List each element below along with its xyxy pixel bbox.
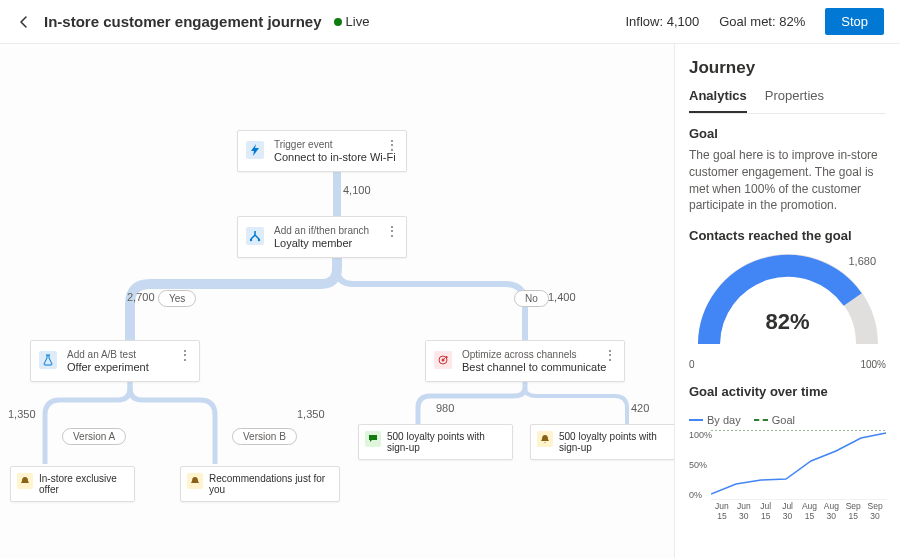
flow-count: 1,350: [297, 408, 325, 420]
pill-version-b[interactable]: Version B: [232, 428, 297, 445]
gauge-percent: 82%: [689, 309, 886, 335]
node-title: Loyalty member: [274, 237, 396, 249]
pill-version-a[interactable]: Version A: [62, 428, 126, 445]
chip-label: 500 loyalty points with sign-up: [559, 431, 657, 453]
tab-analytics[interactable]: Analytics: [689, 88, 747, 113]
page-title: In-store customer engagement journey: [44, 13, 322, 30]
more-icon[interactable]: ⋮: [179, 353, 191, 357]
flask-icon: [39, 351, 57, 369]
flow-count: 2,700: [127, 291, 155, 303]
chip-label: In-store exclusive offer: [39, 473, 117, 495]
node-title: Offer experiment: [67, 361, 189, 373]
chip-loyalty-orange[interactable]: 500 loyalty points with sign-up: [530, 424, 674, 460]
gauge-axis: 0 100%: [689, 359, 886, 370]
header-bar: In-store customer engagement journey Liv…: [0, 0, 900, 44]
bell-icon: [537, 431, 553, 447]
pill-no[interactable]: No: [514, 290, 549, 307]
bell-icon: [187, 473, 203, 489]
node-optimize-channels[interactable]: Optimize across channels Best channel to…: [425, 340, 625, 382]
node-trigger-event[interactable]: Trigger event Connect to in-store Wi-Fi …: [237, 130, 407, 172]
bell-icon: [17, 473, 33, 489]
node-title: Best channel to communicate: [462, 361, 614, 373]
svg-point-0: [250, 239, 252, 241]
activity-chart: 100% 50% 0% Jun15 Jun30 Jul15 Jul30 Aug1…: [689, 430, 886, 530]
activity-heading: Goal activity over time: [689, 384, 886, 399]
activity-x-axis: Jun15 Jun30 Jul15 Jul30 Aug15 Aug30 Sep1…: [711, 502, 886, 521]
gauge-chart: 1,680 82%: [689, 249, 886, 359]
flow-count: 1,400: [548, 291, 576, 303]
goalmet-stat: Goal met: 82%: [719, 14, 805, 29]
flow-count: 980: [436, 402, 454, 414]
node-label: Add an A/B test: [67, 349, 189, 360]
journey-canvas[interactable]: Trigger event Connect to in-store Wi-Fi …: [0, 44, 674, 558]
flow-count: 1,350: [8, 408, 36, 420]
status-badge: Live: [334, 14, 370, 29]
node-label: Optimize across channels: [462, 349, 614, 360]
more-icon[interactable]: ⋮: [604, 353, 616, 357]
more-icon[interactable]: ⋮: [386, 229, 398, 233]
svg-point-1: [258, 239, 260, 241]
panel-title: Journey: [689, 58, 886, 78]
node-ifthen-branch[interactable]: Add an if/then branch Loyalty member ⋮: [237, 216, 407, 258]
activity-y-axis: 100% 50% 0%: [689, 430, 712, 500]
legend-goal: Goal: [754, 414, 795, 426]
body: Trigger event Connect to in-store Wi-Fi …: [0, 44, 900, 558]
legend-byday: By day: [689, 414, 741, 426]
chip-label: Recommendations just for you: [209, 473, 325, 495]
activity-legend: By day Goal: [689, 411, 886, 426]
node-label: Add an if/then branch: [274, 225, 396, 236]
goal-description: The goal here is to improve in-store cus…: [689, 147, 886, 214]
chip-loyalty-green[interactable]: 500 loyalty points with sign-up: [358, 424, 513, 460]
branch-icon: [246, 227, 264, 245]
node-title: Connect to in-store Wi-Fi: [274, 151, 396, 163]
lightning-icon: [246, 141, 264, 159]
back-arrow-icon[interactable]: [16, 14, 32, 30]
inflow-stat: Inflow: 4,100: [625, 14, 699, 29]
side-panel: Journey Analytics Properties Goal The go…: [674, 44, 900, 558]
panel-tabs: Analytics Properties: [689, 88, 886, 114]
chip-offer-b[interactable]: Recommendations just for you: [180, 466, 340, 502]
pill-yes[interactable]: Yes: [158, 290, 196, 307]
goal-heading: Goal: [689, 126, 886, 141]
chip-label: 500 loyalty points with sign-up: [387, 431, 485, 453]
gauge-min: 0: [689, 359, 695, 370]
gauge-max: 100%: [860, 359, 886, 370]
node-ab-test[interactable]: Add an A/B test Offer experiment ⋮: [30, 340, 200, 382]
target-icon: [434, 351, 452, 369]
node-label: Trigger event: [274, 139, 396, 150]
flow-count: 420: [631, 402, 649, 414]
flow-count: 4,100: [343, 184, 371, 196]
chat-icon: [365, 431, 381, 447]
status-dot-icon: [334, 18, 342, 26]
more-icon[interactable]: ⋮: [386, 143, 398, 147]
stop-button[interactable]: Stop: [825, 8, 884, 35]
status-text: Live: [346, 14, 370, 29]
gauge-absolute-value: 1,680: [848, 255, 876, 267]
reached-heading: Contacts reached the goal: [689, 228, 886, 243]
tab-properties[interactable]: Properties: [765, 88, 824, 113]
app-root: In-store customer engagement journey Liv…: [0, 0, 900, 558]
chip-offer-a[interactable]: In-store exclusive offer: [10, 466, 135, 502]
